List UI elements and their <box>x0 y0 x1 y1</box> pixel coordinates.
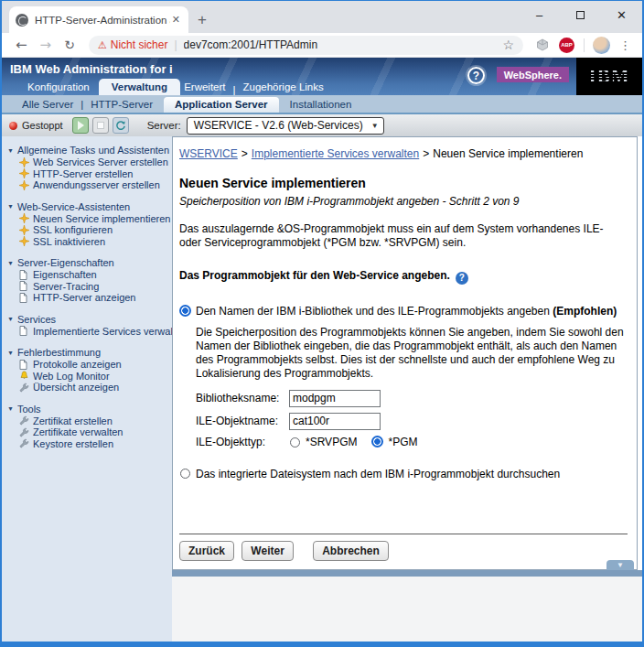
sidebar-item-keystore-erstellen[interactable]: Keystore erstellen <box>7 438 172 450</box>
wizard-step-subtitle: Speicherposition von IBM i-Programmobjek… <box>179 195 628 208</box>
sidebar-section-header[interactable]: ▼ Web-Service-Assistenten <box>7 201 172 212</box>
maximize-icon <box>576 11 585 19</box>
next-button[interactable]: Weiter <box>242 541 293 561</box>
security-warning-label[interactable]: Nicht sicher <box>111 38 168 51</box>
toolbar-divider <box>584 38 585 52</box>
browser-window: HTTP-Server-Administration auf D ✕ + – ✕… <box>0 0 644 647</box>
option-filesystem-label: Das integrierte Dateisystem nach dem IBM… <box>196 468 560 480</box>
sidebar-item-server-tracing[interactable]: Server-Tracing <box>7 281 172 293</box>
ile-object-type-label: ILE-Objekttyp: <box>196 436 289 448</box>
sidebar-section-header[interactable]: ▼ Services <box>7 314 172 325</box>
content-column: WSERVICE>Implementierte Services verwalt… <box>172 136 642 642</box>
play-icon <box>78 121 84 130</box>
sidebar-section-header[interactable]: ▼ Fehlerbestimmung <box>7 347 172 358</box>
minimize-button[interactable]: – <box>519 1 560 28</box>
app-header: IBM Web Administration for i Konfigurati… <box>2 58 642 95</box>
back-button[interactable]: Zurück <box>179 541 234 561</box>
sidebar: ▼ Allgemeine Tasks und Assistenten Web S… <box>2 136 172 642</box>
page-icon <box>19 326 30 337</box>
wrench-icon <box>19 382 30 393</box>
server-select[interactable]: WSERVICE - V2.6 (Web-Services) ▼ <box>187 117 384 135</box>
sidebar-item-web-log-monitor[interactable]: Web Log Monitor <box>7 371 172 383</box>
status-stopped-icon <box>9 122 17 130</box>
radio-pgm[interactable]: *PGM <box>371 436 417 448</box>
refresh-icon <box>115 120 126 131</box>
tab-close-icon[interactable]: ✕ <box>170 14 182 26</box>
tab-verwaltung[interactable]: Verwaltung <box>99 79 180 95</box>
bookmark-star-icon[interactable]: ☆ <box>502 38 514 52</box>
breadcrumb-link-wservice[interactable]: WSERVICE <box>179 147 238 160</box>
library-name-input[interactable] <box>289 390 381 407</box>
sidebar-item-ssl-inaktivieren[interactable]: SSL inaktivieren <box>7 236 172 248</box>
reload-icon[interactable]: ↻ <box>64 38 75 51</box>
security-warning-icon: ⚠ <box>98 39 107 51</box>
maximize-button[interactable] <box>560 1 601 28</box>
tab-pipe: | <box>230 84 240 95</box>
sidebar-section-header[interactable]: ▼ Allgemeine Tasks und Assistenten <box>7 145 172 156</box>
ile-object-type-options: *SRVPGM *PGM <box>289 436 428 448</box>
sidebar-item-http-server-erstellen[interactable]: HTTP-Server erstellen <box>7 168 172 180</box>
tab-konfiguration[interactable]: Konfiguration <box>18 79 99 95</box>
breadcrumb-link-implementierte-services[interactable]: Implementierte Services verwalten <box>252 147 419 160</box>
subtab-alle-server[interactable]: Alle Server <box>15 97 80 113</box>
stop-server-button[interactable] <box>92 117 109 134</box>
sidebar-item-anwendungsserver-erstellen[interactable]: Anwendungsserver erstellen <box>7 179 172 191</box>
browser-tab-strip: HTTP-Server-Administration auf D ✕ + – ✕ <box>2 1 642 33</box>
sidebar-item-neuen-service-implementieren[interactable]: Neuen Service implementieren <box>7 213 172 225</box>
library-name-row: Bibliotheksname: <box>196 390 628 407</box>
close-button[interactable]: ✕ <box>601 1 642 28</box>
adblock-abp-icon[interactable]: ABP <box>559 38 574 53</box>
subtab-application-server[interactable]: Application Server <box>164 97 279 113</box>
collapse-pane-handle[interactable]: ▼ <box>606 560 634 570</box>
url-text[interactable]: dev7com:2001/HTTPAdmin <box>184 38 503 51</box>
sidebar-item-zertifikat-erstellen[interactable]: Zertifikat erstellen <box>7 415 172 427</box>
sidebar-section-server-eigenschaften: ▼ Server-Eigenschaften Eigenschaften Ser… <box>7 257 172 304</box>
app-title: IBM Web Administration for i <box>10 62 173 76</box>
back-icon[interactable]: ← <box>16 38 27 52</box>
program-object-form: Bibliotheksname: ILE-Objektname: ILE-Obj… <box>196 390 628 454</box>
sidebar-item-web-services-server-erstellen[interactable]: Web Services Server erstellen <box>7 156 172 168</box>
option-filesystem-row: Das integrierte Dateisystem nach dem IBM… <box>179 468 628 480</box>
radio-filesystem-option[interactable] <box>180 469 190 479</box>
new-tab-button[interactable]: + <box>198 12 207 27</box>
sidebar-item-uebersicht-anzeigen[interactable]: Übersicht anzeigen <box>7 382 172 394</box>
sidebar-section-fehlerbestimmung: ▼ Fehlerbestimmung Protokolle anzeigen W… <box>7 347 172 394</box>
radio-srvpgm-circle[interactable] <box>290 437 300 448</box>
server-select-value: WSERVICE - V2.6 (Web-Services) <box>194 119 363 132</box>
wizard-footer: Zurück Weiter Abbrechen <box>179 534 628 569</box>
start-server-button[interactable] <box>72 117 89 134</box>
help-icon[interactable]: ? <box>456 272 468 285</box>
refresh-server-button[interactable] <box>113 117 129 134</box>
cancel-button[interactable]: Abbrechen <box>313 541 389 561</box>
option-library-label: Den Namen der IBM i-Bibliothek und des I… <box>196 305 550 318</box>
chevron-down-icon: ▼ <box>617 562 624 569</box>
sidebar-item-ssl-konfigurieren[interactable]: SSL konfigurieren <box>7 224 172 236</box>
wizard-icon <box>19 224 30 235</box>
browser-tab[interactable]: HTTP-Server-Administration auf D ✕ <box>9 6 188 33</box>
help-icon[interactable]: ? <box>467 67 485 84</box>
subtab-installationen[interactable]: Installationen <box>283 97 360 113</box>
sidebar-section-header[interactable]: ▼ Tools <box>7 404 172 415</box>
sidebar-section-header[interactable]: ▼ Server-Eigenschaften <box>7 257 172 268</box>
sidebar-item-implementierte-services-verwalten[interactable]: Implementierte Services verwalten <box>7 326 172 338</box>
sidebar-item-zertifikate-verwalten[interactable]: Zertifikate verwalten <box>7 426 172 438</box>
sidebar-item-http-server-anzeigen[interactable]: HTTP-Server anzeigen <box>7 292 172 304</box>
extension-cube-icon[interactable] <box>536 38 549 51</box>
tab-erweitert[interactable]: Erweitert <box>180 79 229 95</box>
forward-icon: → <box>40 38 52 52</box>
triangle-down-icon: ▼ <box>7 316 14 322</box>
sidebar-section-tools: ▼ Tools Zertifikat erstellen Zertifikate… <box>7 404 172 450</box>
triangle-down-icon: ▼ <box>7 147 14 154</box>
pane-splitter[interactable]: ▼ <box>172 570 642 577</box>
radio-pgm-circle[interactable] <box>371 436 383 448</box>
tab-zugehoerige-links[interactable]: Zugehörige Links <box>240 79 327 95</box>
sidebar-item-eigenschaften[interactable]: Eigenschaften <box>7 269 172 281</box>
sidebar-item-protokolle-anzeigen[interactable]: Protokolle anzeigen <box>7 359 172 371</box>
ile-object-name-input[interactable] <box>289 413 381 430</box>
radio-library-option[interactable] <box>179 305 191 317</box>
profile-avatar[interactable] <box>593 37 610 54</box>
browser-menu-icon[interactable]: ⋮ <box>619 38 631 52</box>
radio-srvpgm[interactable]: *SRVPGM <box>289 436 357 448</box>
url-field[interactable]: ⚠ Nicht sicher | dev7com:2001/HTTPAdmin … <box>89 36 523 55</box>
subtab-http-server[interactable]: HTTP-Server <box>83 97 160 113</box>
